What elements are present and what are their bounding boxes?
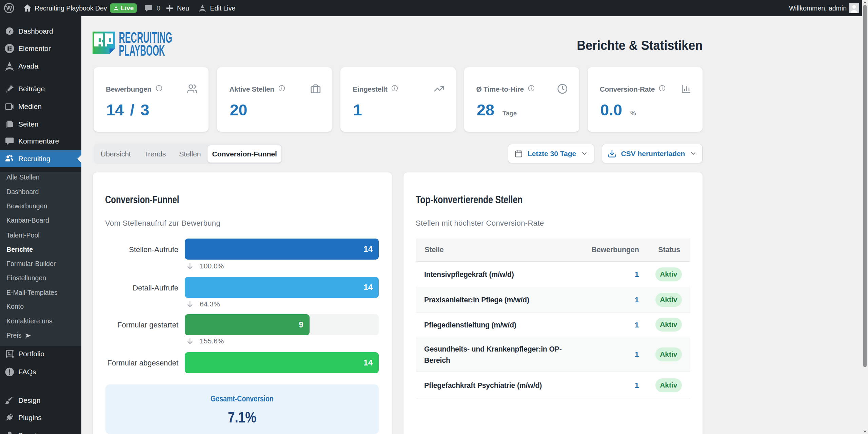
svg-text:PLAYBOOK: PLAYBOOK <box>119 42 165 58</box>
